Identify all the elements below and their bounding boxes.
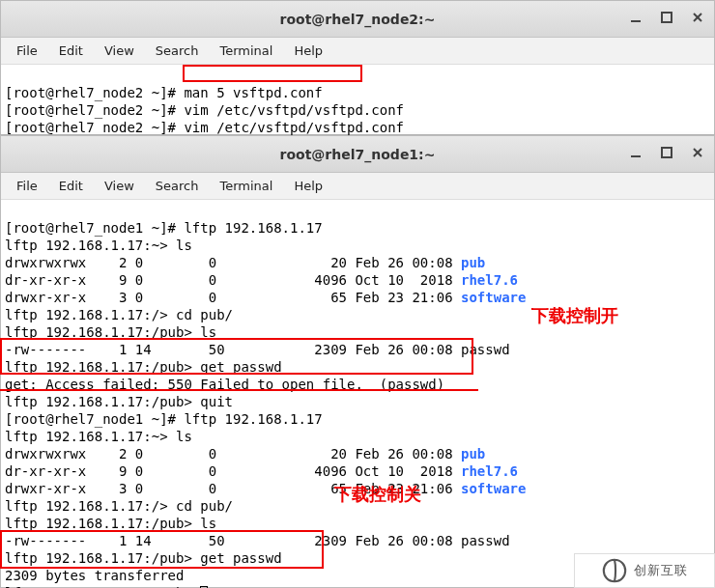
term-line: lftp 192.168.1.17:/pub> ls <box>5 516 216 531</box>
term-line: drwxrwxrwx 2 0 0 20 Feb 26 00:08 pub <box>5 446 485 462</box>
menu-help[interactable]: Help <box>284 175 332 197</box>
titlebar: root@rhel7_node1:~ <box>1 136 714 173</box>
term-line: [root@rhel7_node1 ~]# lftp 192.168.1.17 <box>5 220 323 236</box>
window-title: root@rhel7_node1:~ <box>280 147 436 162</box>
menubar: File Edit View Search Terminal Help <box>1 173 714 200</box>
dir-link: pub <box>461 255 485 270</box>
titlebar: root@rhel7_node2:~ <box>1 1 714 38</box>
menu-view[interactable]: View <box>95 175 144 197</box>
term-line: drwxr-xr-x 3 0 0 65 Feb 23 21:06 softwar… <box>5 290 526 305</box>
menu-file[interactable]: File <box>7 40 47 62</box>
term-line: [root@rhel7_node2 ~]# man 5 vsftpd.conf <box>5 85 323 100</box>
window-buttons <box>623 7 710 28</box>
window-title: root@rhel7_node2:~ <box>280 12 436 27</box>
menu-search[interactable]: Search <box>146 175 209 197</box>
minimize-button[interactable] <box>623 7 648 28</box>
svg-rect-1 <box>662 13 672 22</box>
term-line: lftp 192.168.1.17:/> cd pub/ <box>5 498 233 514</box>
dir-link: software <box>461 481 526 496</box>
term-line: lftp 192.168.1.17:/pub> get passwd <box>5 359 282 375</box>
dir-link: pub <box>461 446 485 462</box>
term-line: -rw------- 1 14 50 2309 Feb 26 00:08 pas… <box>5 533 510 548</box>
minimize-button[interactable] <box>623 142 648 163</box>
menu-file[interactable]: File <box>7 175 47 197</box>
annotation-download-off: 下载控制关 <box>334 483 421 506</box>
terminal-window-node2: root@rhel7_node2:~ File Edit View Search… <box>0 0 715 135</box>
term-line: lftp 192.168.1.17:~> ls <box>5 238 192 253</box>
term-line: [root@rhel7_node2 ~]# vim /etc/vsftpd/vs… <box>5 102 404 118</box>
annotation-download-on: 下载控制开 <box>531 304 618 327</box>
window-buttons <box>623 142 710 163</box>
menu-help[interactable]: Help <box>284 40 332 62</box>
watermark-text: 创新互联 <box>634 562 688 579</box>
close-button[interactable] <box>685 7 710 28</box>
menu-view[interactable]: View <box>95 40 144 62</box>
menu-edit[interactable]: Edit <box>49 40 93 62</box>
term-line: lftp 192.168.1.17:~> ls <box>5 429 192 444</box>
maximize-button[interactable] <box>654 7 679 28</box>
term-line: [root@rhel7_node2 ~]# vim /etc/vsftpd/vs… <box>5 120 404 135</box>
term-line: 2309 bytes transferred <box>5 568 184 583</box>
term-line: lftp 192.168.1.17:/pub> get passwd <box>5 550 282 566</box>
term-line: lftp 192.168.1.17:/> cd pub/ <box>5 307 233 322</box>
menubar: File Edit View Search Terminal Help <box>1 38 714 65</box>
dir-link: software <box>461 290 526 305</box>
dir-link: rhel7.6 <box>461 463 518 479</box>
terminal-output-node1[interactable]: [root@rhel7_node1 ~]# lftp 192.168.1.17 … <box>1 200 714 588</box>
maximize-button[interactable] <box>654 142 679 163</box>
menu-terminal[interactable]: Terminal <box>210 175 282 197</box>
menu-terminal[interactable]: Terminal <box>210 40 282 62</box>
dir-link: rhel7.6 <box>461 272 518 288</box>
term-line: drwxr-xr-x 3 0 0 65 Feb 23 21:06 softwar… <box>5 481 526 496</box>
watermark-logo: 创新互联 <box>574 553 715 588</box>
svg-rect-4 <box>631 155 641 157</box>
term-line: lftp 192.168.1.17:/pub> quit <box>5 394 233 409</box>
terminal-window-node1: root@rhel7_node1:~ File Edit View Search… <box>0 135 715 588</box>
term-line: drwxrwxrwx 2 0 0 20 Feb 26 00:08 pub <box>5 255 485 270</box>
logo-icon <box>601 557 628 584</box>
menu-search[interactable]: Search <box>146 40 209 62</box>
term-line: dr-xr-xr-x 9 0 0 4096 Oct 10 2018 rhel7.… <box>5 272 518 288</box>
term-line: dr-xr-xr-x 9 0 0 4096 Oct 10 2018 rhel7.… <box>5 463 518 479</box>
menu-edit[interactable]: Edit <box>49 175 93 197</box>
term-line: lftp 192.168.1.17:/pub> ls <box>5 324 216 340</box>
svg-rect-0 <box>631 20 641 22</box>
term-line: [root@rhel7_node1 ~]# lftp 192.168.1.17 <box>5 411 323 427</box>
close-button[interactable] <box>685 142 710 163</box>
svg-rect-5 <box>662 148 672 157</box>
highlight-underline <box>0 389 478 391</box>
term-line: -rw------- 1 14 50 2309 Feb 26 00:08 pas… <box>5 342 510 357</box>
